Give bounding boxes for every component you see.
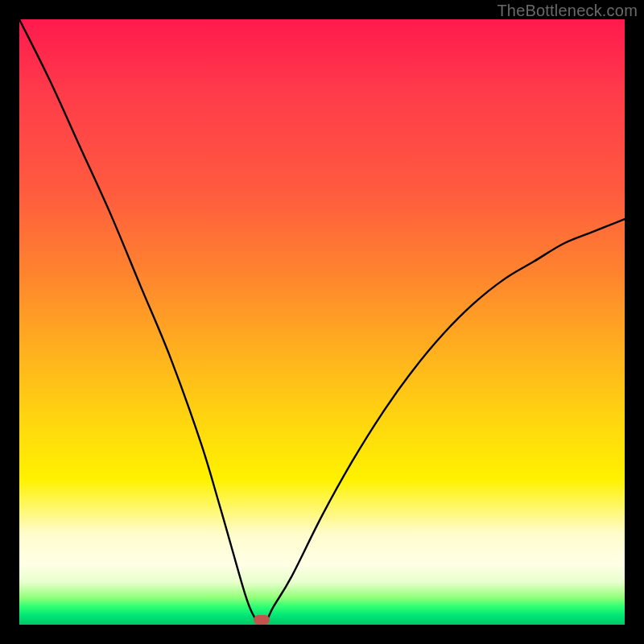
chart-plot-area (19, 19, 625, 625)
bottleneck-curve (19, 19, 625, 625)
watermark-text: TheBottleneck.com (497, 2, 638, 20)
optimal-point-marker (254, 615, 270, 625)
chart-frame: TheBottleneck.com (0, 0, 644, 644)
